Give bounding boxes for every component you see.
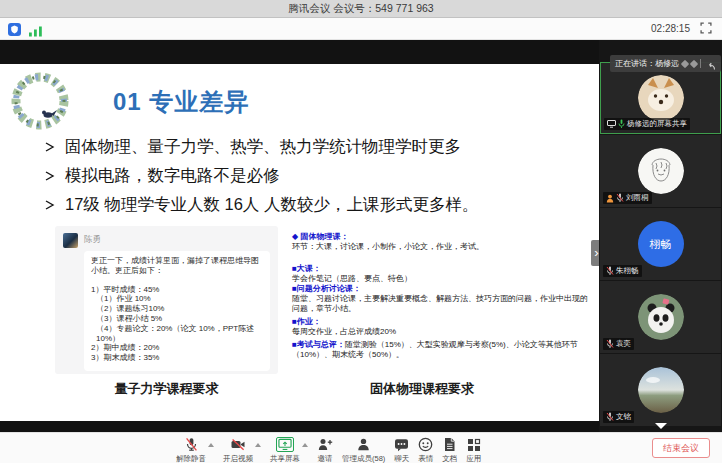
- mic-muted-icon: [606, 412, 614, 422]
- dog-avatar: [638, 75, 684, 121]
- invite-button[interactable]: 邀请: [317, 437, 333, 463]
- caption-solid-state-course: 固体物理课程要求: [292, 380, 552, 398]
- members-icon: [357, 437, 370, 452]
- screen-share-indicator-icon: [607, 120, 616, 128]
- mic-muted-icon: [606, 266, 614, 276]
- note-line: ■作业：: [292, 317, 592, 327]
- panda-avatar: [638, 294, 684, 340]
- invite-person-icon: [317, 437, 333, 452]
- initials-avatar: 栩畅: [638, 221, 684, 267]
- course-notes-block: ◆ 固体物理课： 环节：大课，讨论课，小制作，小论文，作业，考试。 ■大课： 学…: [292, 232, 592, 360]
- speaking-toast: 正在讲话：杨修远: [610, 55, 721, 72]
- network-signal-icon[interactable]: [29, 23, 42, 35]
- bullet-item: 17级 物理学专业人数 16人 人数较少，上课形式更多样。: [44, 190, 478, 219]
- mic-muted-icon: [616, 193, 624, 203]
- share-options-caret[interactable]: [302, 443, 308, 447]
- chat-button[interactable]: 聊天: [394, 437, 409, 463]
- slide-title: 01 专业差异: [113, 86, 249, 118]
- wreath-decoration-icon: [7, 68, 73, 138]
- landscape-avatar: [638, 367, 684, 413]
- arrow-bullet-icon: [44, 199, 56, 211]
- note-line: 随堂、习题讨论课，主要解决重要概念、解题方法、技巧方面的问题，作业中出现的问题，…: [292, 294, 592, 314]
- apps-grid-icon: [467, 437, 481, 452]
- mic-muted-icon: [606, 339, 614, 349]
- note-line: 环节：大课，讨论课，小制作，小论文，作业，考试。: [292, 242, 592, 252]
- tile-name-badge: 杨修远的屏幕共享: [604, 118, 690, 130]
- note-line: ◆ 固体物理课：: [292, 232, 592, 242]
- apps-button[interactable]: 应用: [466, 437, 481, 463]
- start-video-button[interactable]: 开启视频: [223, 437, 253, 463]
- document-icon: [443, 437, 456, 452]
- bullet-item: 模拟电路，数字电路不是必修: [44, 161, 478, 190]
- meeting-main-area: 01 专业差异 固体物理、量子力学、热学、热力学统计物理学时更多 模拟电路，数字…: [0, 40, 722, 432]
- video-tile-speaker[interactable]: 杨修远的屏幕共享: [600, 62, 721, 134]
- sketch-avatar: [638, 148, 684, 194]
- mic-on-icon: [618, 119, 625, 129]
- toast-divider: [700, 59, 701, 68]
- screen-share-icon: [276, 437, 294, 452]
- chat-sender-avatar: [63, 233, 78, 248]
- note-line: 学会作笔记（思路、要点、特色）: [292, 274, 592, 284]
- security-shield-icon[interactable]: [8, 22, 21, 35]
- window-title: 腾讯会议 会议号：549 771 963: [288, 2, 433, 16]
- scroll-more-chevron-down-icon[interactable]: [655, 423, 667, 429]
- participant-sidebar: 正在讲话：杨修远: [599, 40, 722, 432]
- shared-screen-slide: 01 专业差异 固体物理、量子力学、热学、热力学统计物理学时更多 模拟电路，数字…: [0, 64, 599, 421]
- toast-back-arrow-icon[interactable]: [704, 59, 716, 69]
- unmute-button[interactable]: 解除静音: [176, 437, 206, 463]
- meeting-statusbar: 02:28:15: [0, 18, 722, 40]
- tencent-meeting-window: 腾讯会议 会议号：549 771 963 02:28:15: [0, 0, 722, 463]
- caption-quantum-course: 量子力学课程要求: [55, 380, 278, 398]
- video-options-caret[interactable]: [255, 443, 261, 447]
- chat-screenshot-box: 陈勇 更正一下，成绩计算里面，漏掉了课程思维导图小结。更正后如下： 1）平时成绩…: [55, 226, 278, 374]
- note-line: 每周交作业，占总评成绩20%: [292, 327, 592, 337]
- toast-deco-icon: [681, 59, 689, 67]
- tile-name-badge: 朱栩畅: [603, 265, 642, 277]
- emoji-button[interactable]: 表情: [418, 437, 433, 463]
- camera-off-icon: [230, 437, 246, 452]
- end-meeting-button[interactable]: 结束会议: [652, 438, 710, 458]
- mic-muted-icon: [184, 437, 199, 452]
- chat-message-bubble: 更正一下，成绩计算里面，漏掉了课程思维导图小结。更正后如下： 1）平时成绩：45…: [84, 251, 270, 371]
- tile-name-badge: 刘雨桐: [603, 192, 652, 204]
- chat-bubble-icon: [394, 437, 409, 452]
- slide-bullet-list: 固体物理、量子力学、热学、热力学统计物理学时更多 模拟电路，数字电路不是必修 1…: [44, 132, 478, 219]
- video-tile[interactable]: 刘雨桐: [600, 135, 721, 207]
- tile-name-badge: 袁奕: [603, 338, 634, 350]
- video-tile[interactable]: 栩畅 朱栩畅: [600, 208, 721, 280]
- docs-button[interactable]: 文档: [442, 437, 457, 463]
- meeting-toolbar: 解除静音 开启视频 共享屏幕: [0, 432, 722, 463]
- emoji-smiley-icon: [418, 437, 433, 452]
- fullscreen-icon[interactable]: [700, 22, 712, 35]
- note-line: ■问题分析讨论课：: [292, 284, 592, 294]
- arrow-bullet-icon: [44, 141, 56, 153]
- video-tile[interactable]: 文铭: [600, 354, 721, 426]
- manage-members-button[interactable]: 管理成员(58): [342, 437, 385, 463]
- toast-deco-icon: [690, 59, 698, 67]
- meeting-duration: 02:28:15: [651, 23, 690, 34]
- note-line: ■考试与总评：随堂测验（15%）、大型实验观摩与考察(5%)、小论文等其他环节（…: [292, 340, 592, 360]
- tile-name-badge: 文铭: [603, 411, 634, 423]
- mic-options-caret[interactable]: [208, 443, 214, 447]
- window-titlebar: 腾讯会议 会议号：549 771 963: [0, 0, 722, 18]
- speaking-toast-label: 正在讲话：杨修远: [615, 58, 679, 69]
- bullet-item: 固体物理、量子力学、热学、热力学统计物理学时更多: [44, 132, 478, 161]
- host-person-icon: [606, 194, 614, 203]
- arrow-bullet-icon: [44, 170, 56, 182]
- chat-sender-name: 陈勇: [84, 234, 101, 246]
- video-tile[interactable]: 袁奕: [600, 281, 721, 353]
- share-screen-button[interactable]: 共享屏幕: [270, 437, 300, 463]
- note-line: ■大课：: [292, 264, 592, 274]
